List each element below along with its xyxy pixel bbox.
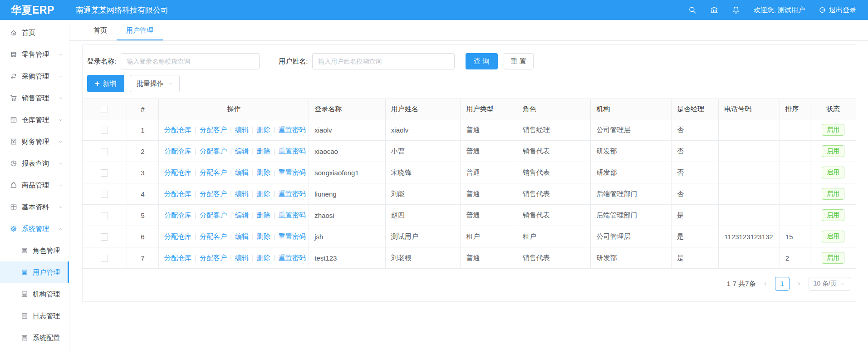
edit-link[interactable]: 编辑 [235, 126, 249, 133]
sidebar-item-role-management[interactable]: 角色管理 [0, 240, 69, 261]
assign-customer-link[interactable]: 分配客户 [200, 190, 227, 197]
sidebar-item-user-management[interactable]: 用户管理 [0, 261, 69, 283]
row-checkbox[interactable] [101, 127, 108, 134]
delete-link[interactable]: 删除 [257, 126, 270, 133]
column-header-operations: 操作 [159, 99, 309, 119]
separator: | [195, 190, 196, 197]
cell-role: 销售代表 [517, 162, 591, 183]
assign-customer-link[interactable]: 分配客户 [200, 211, 227, 219]
row-checkbox[interactable] [101, 148, 108, 155]
assign-warehouse-link[interactable]: 分配仓库 [164, 254, 191, 261]
delete-link[interactable]: 删除 [257, 254, 270, 261]
query-button[interactable]: 查 询 [466, 53, 497, 69]
column-header-role: 角色 [517, 99, 591, 119]
login-name-input[interactable] [121, 53, 260, 69]
reset-password-link[interactable]: 重置密码 [279, 254, 306, 261]
cell-login-name: liuneng [309, 183, 386, 205]
user-name-input[interactable] [312, 53, 455, 69]
sidebar-item-purchase[interactable]: 采购管理 [0, 65, 69, 87]
delete-link[interactable]: 删除 [257, 211, 270, 219]
status-badge: 启用 [822, 188, 844, 199]
delete-link[interactable]: 删除 [257, 190, 270, 197]
assign-customer-link[interactable]: 分配客户 [200, 126, 227, 133]
reset-password-link[interactable]: 重置密码 [279, 211, 306, 219]
cell-index: 3 [127, 162, 158, 183]
sidebar-item-finance[interactable]: 财务管理 [0, 131, 69, 153]
row-checkbox[interactable] [101, 233, 108, 241]
pagination-prev-button[interactable] [762, 281, 769, 287]
delete-link[interactable]: 删除 [257, 147, 270, 155]
delete-link[interactable]: 删除 [257, 232, 270, 240]
doc-icon [21, 247, 28, 254]
reset-password-link[interactable]: 重置密码 [279, 168, 306, 176]
column-header-user-type: 用户类型 [461, 99, 517, 119]
edit-link[interactable]: 编辑 [235, 190, 249, 197]
pagination-next-button[interactable] [796, 281, 802, 287]
add-button[interactable]: + 新增 [87, 75, 124, 92]
edit-link[interactable]: 编辑 [235, 168, 249, 176]
reset-password-link[interactable]: 重置密码 [279, 190, 306, 197]
sidebar-item-label: 报表查询 [22, 159, 49, 168]
assign-customer-link[interactable]: 分配客户 [200, 232, 227, 240]
select-all-checkbox[interactable] [101, 106, 108, 113]
cell-sort [780, 162, 810, 183]
row-checkbox[interactable] [101, 212, 108, 219]
separator: | [195, 147, 196, 155]
reset-password-link[interactable]: 重置密码 [279, 126, 306, 133]
assign-customer-link[interactable]: 分配客户 [200, 147, 227, 155]
row-checkbox[interactable] [101, 255, 108, 262]
tab-user-management[interactable]: 用户管理 [117, 20, 163, 40]
home-icon [10, 29, 17, 36]
bell-icon[interactable] [732, 6, 740, 14]
assign-warehouse-link[interactable]: 分配仓库 [164, 232, 191, 240]
reset-password-link[interactable]: 重置密码 [279, 147, 306, 155]
batch-operations-button[interactable]: 批量操作 [130, 75, 180, 92]
assign-warehouse-link[interactable]: 分配仓库 [164, 168, 191, 176]
assign-customer-link[interactable]: 分配客户 [200, 168, 227, 176]
assign-warehouse-link[interactable]: 分配仓库 [164, 211, 191, 219]
edit-link[interactable]: 编辑 [235, 254, 249, 261]
separator: | [230, 190, 232, 197]
sidebar-item-goods[interactable]: 商品管理 [0, 174, 69, 196]
delete-link[interactable]: 删除 [257, 168, 270, 176]
assign-warehouse-link[interactable]: 分配仓库 [164, 190, 191, 197]
edit-link[interactable]: 编辑 [235, 147, 249, 155]
sidebar-item-retail[interactable]: 零售管理 [0, 44, 69, 65]
pagination: 1-7 共7条 1 10 条/页 [83, 277, 850, 291]
row-checkbox[interactable] [101, 169, 108, 177]
cell-operations: 分配仓库|分配客户|编辑|删除|重置密码 [159, 247, 309, 269]
assign-warehouse-link[interactable]: 分配仓库 [164, 126, 191, 133]
edit-link[interactable]: 编辑 [235, 232, 249, 240]
platform-icon[interactable] [710, 6, 718, 14]
separator: | [274, 147, 275, 155]
assign-customer-link[interactable]: 分配客户 [200, 254, 227, 261]
sidebar-item-log-management[interactable]: 日志管理 [0, 305, 69, 327]
sidebar-item-label: 系统配置 [33, 334, 60, 342]
tab-home[interactable]: 首页 [84, 20, 117, 40]
sidebar-item-org-management[interactable]: 机构管理 [0, 283, 69, 305]
sidebar-item-sales[interactable]: 销售管理 [0, 87, 69, 109]
sidebar-item-label: 首页 [22, 29, 35, 37]
page-size-select[interactable]: 10 条/页 [809, 277, 850, 291]
assign-warehouse-link[interactable]: 分配仓库 [164, 147, 191, 155]
edit-link[interactable]: 编辑 [235, 211, 249, 219]
separator: | [195, 254, 196, 261]
content-area: 登录名称: 用户姓名: 查 询 重 置 + 新增 批量操作 [69, 41, 868, 302]
sidebar-item-label: 角色管理 [33, 247, 60, 255]
cell-checkbox [83, 141, 127, 162]
cell-index: 7 [127, 247, 158, 269]
sidebar-item-home[interactable]: 首页 [0, 22, 69, 44]
reset-button[interactable]: 重 置 [504, 53, 534, 69]
pagination-page-1[interactable]: 1 [775, 277, 790, 291]
sidebar-item-basic-data[interactable]: 基本资料 [0, 196, 69, 218]
row-checkbox[interactable] [101, 191, 108, 198]
sidebar-item-warehouse[interactable]: 仓库管理 [0, 109, 69, 131]
search-icon[interactable] [688, 6, 696, 14]
logout-button[interactable]: 退出登录 [819, 6, 856, 15]
cell-phone [719, 141, 780, 162]
reset-password-link[interactable]: 重置密码 [279, 232, 306, 240]
separator: | [252, 211, 254, 219]
sidebar-item-system-config[interactable]: 系统配置 [0, 327, 69, 349]
sidebar-item-report[interactable]: 报表查询 [0, 153, 69, 174]
sidebar-item-system[interactable]: 系统管理 [0, 218, 69, 240]
